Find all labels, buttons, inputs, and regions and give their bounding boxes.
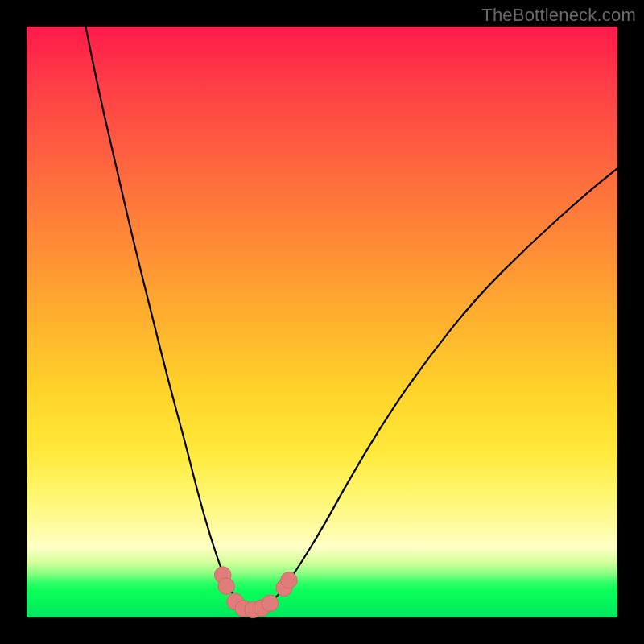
- curve-marker: [281, 572, 298, 588]
- curve-marker: [262, 595, 279, 612]
- curve-marker: [218, 578, 235, 595]
- bottleneck-curve-svg: [27, 27, 617, 617]
- plot-area: [27, 27, 617, 617]
- bottleneck-curve: [85, 27, 617, 609]
- chart-frame: TheBottleneck.com: [0, 0, 644, 644]
- bottom-markers: [214, 567, 297, 618]
- watermark-text: TheBottleneck.com: [481, 5, 636, 26]
